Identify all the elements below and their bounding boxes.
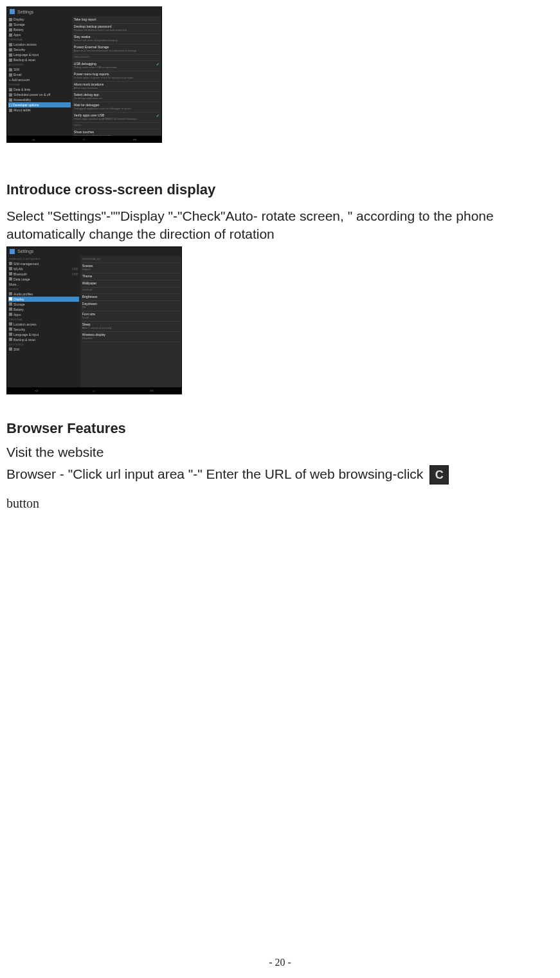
cat-display: DISPLAY <box>82 288 179 294</box>
security-icon <box>9 48 12 51</box>
sidebar-item-audio: Audio profiles <box>8 291 79 297</box>
sidebar-item-apps: Apps <box>8 32 71 37</box>
back-icon: ◅ <box>32 137 35 142</box>
sidebar-item-sim: SIM management <box>8 261 79 266</box>
item-sleep: SleepAfter 1 minute of inactivity <box>82 322 179 332</box>
sidebar-cat-personal: PERSONAL <box>8 37 71 42</box>
sidebar-item-sim2: SIM <box>8 347 79 352</box>
shot1-navbar: ◅ ⌂ ▭ <box>7 136 161 142</box>
recent-icon: ▭ <box>133 137 137 142</box>
settings-dev-options-screenshot: Settings Display Storage Battery Apps PE… <box>6 6 162 143</box>
item-waitdbg: Wait for debuggerDebugged application wa… <box>74 102 159 113</box>
item-usbdbg: USB debuggingDebug mode when USB is conn… <box>74 61 159 71</box>
gear-icon <box>10 249 15 254</box>
sidebar-item-more: More... <box>8 282 79 287</box>
item-stayawake: Stay awakeScreen will never sleep while … <box>74 34 159 44</box>
item-verifyusb: Verify apps over USBCheck apps installed… <box>74 113 159 123</box>
item-takebug: Take bug report <box>74 17 159 24</box>
item-mock: Allow mock locationsAllow mock locations <box>74 82 159 92</box>
about-icon <box>9 109 12 112</box>
home-icon: ⌂ <box>93 389 95 392</box>
storage-icon <box>9 23 12 26</box>
shot1-sidebar: Display Storage Battery Apps PERSONAL Lo… <box>7 16 72 136</box>
sidebar-cat-accounts: ACCOUNTS <box>8 342 79 347</box>
sidebar-item-apps: Apps <box>8 312 79 317</box>
item-theme: Theme <box>82 273 179 281</box>
shot2-title: Settings <box>17 249 33 254</box>
sidebar-item-display: Display <box>8 297 79 302</box>
item-desktoppw: Desktop backup passwordDesktop full back… <box>74 24 159 34</box>
sidebar-item-devoptions: { } Developer options <box>8 102 71 107</box>
shot2-main: PERSONALIZE ScenesDefault Theme Wallpape… <box>80 256 181 387</box>
browser-instruction-text: Browser - "Click url input area "-" Ente… <box>6 466 423 481</box>
para-cross-screen: Select "Settings"-""Display "-"Check"Aut… <box>6 207 554 244</box>
check-icon: ✔ <box>156 113 159 118</box>
sidebar-item-security: Security <box>8 47 71 52</box>
gear-icon <box>10 9 15 14</box>
item-wallpaper: Wallpaper <box>82 281 179 288</box>
battery-icon <box>9 28 12 32</box>
shot2-navbar: ◅ ⌂ ▭ <box>7 387 181 394</box>
apps-icon <box>9 33 12 37</box>
settings-display-screenshot: Settings WIRELESS & NETWORKS SIM managem… <box>6 246 182 394</box>
shot1-header: Settings <box>7 7 161 16</box>
sidebar-cat-wireless: WIRELESS & NETWORKS <box>8 257 79 261</box>
item-showtouch: Show touchesShow visual feedback for tou… <box>74 129 159 136</box>
language-icon <box>9 333 12 336</box>
item-daydream: DaydreamOff <box>82 301 179 311</box>
security-icon <box>9 328 12 331</box>
sidebar-item-battery: Battery <box>8 307 79 312</box>
datausage-icon <box>9 277 12 281</box>
shot1-main: Take bug report Desktop backup passwordD… <box>72 16 161 136</box>
cat-debugging: DEBUGGING <box>74 55 159 61</box>
item-fontsize: Font sizeSmall <box>82 311 179 322</box>
clock-icon <box>9 88 12 91</box>
sidebar-item-addaccount: + Add account <box>8 77 71 82</box>
sim-icon <box>9 262 12 265</box>
wifi-icon <box>9 267 12 270</box>
sidebar-item-backup: Backup & reset <box>8 57 71 62</box>
display-icon <box>9 18 12 21</box>
heading-cross-screen: Introduce cross-screen display <box>6 181 554 198</box>
cat-input: INPUT <box>74 123 159 129</box>
sim-icon <box>9 68 12 71</box>
sidebar-item-location: Location access <box>8 42 71 47</box>
sidebar-item-datetime: Date & time <box>8 87 71 92</box>
sidebar-item-abouttablet: About tablet <box>8 107 71 113</box>
email-icon <box>9 73 12 77</box>
backup-icon <box>9 59 12 62</box>
item-scenes: ScenesDefault <box>82 263 179 273</box>
sidebar-item-storage: Storage <box>8 302 79 307</box>
language-icon <box>9 53 12 57</box>
item-powerbug: Power menu bug reportsInclude option in … <box>74 71 159 82</box>
display-icon <box>9 297 12 300</box>
accessibility-icon <box>9 98 12 102</box>
home-icon: ⌂ <box>83 137 86 141</box>
bt-toggle: OFF <box>72 272 78 276</box>
sidebar-item-location: Location access <box>8 322 79 327</box>
location-icon <box>9 43 12 46</box>
sidebar-item-security: Security <box>8 327 79 332</box>
sidebar-item-battery: Battery <box>8 27 71 32</box>
sidebar-item-bluetooth: BluetoothOFF <box>8 272 79 277</box>
shot1-title: Settings <box>17 10 33 14</box>
battery-icon <box>9 308 12 311</box>
refresh-c-icon: C <box>429 465 449 484</box>
sidebar-cat-system: SYSTEM <box>8 82 71 87</box>
sidebar-cat-accounts: ACCOUNTS <box>8 62 71 67</box>
bluetooth-icon <box>9 272 12 275</box>
back-icon: ◅ <box>35 388 38 392</box>
visit-website: Visit the website <box>6 443 554 461</box>
audio-icon <box>9 292 12 295</box>
check-icon: ✔ <box>156 62 159 66</box>
heading-browser: Browser Features <box>6 420 554 437</box>
sidebar-item-schedpower: Scheduled power on & off <box>8 92 71 97</box>
item-brightness: Brightness <box>82 294 179 301</box>
sidebar-item-language: Language & input <box>8 332 79 337</box>
backup-icon <box>9 338 12 341</box>
sim-icon <box>9 347 12 351</box>
shot2-body: WIRELESS & NETWORKS SIM management WLANO… <box>7 256 181 387</box>
recent-icon: ▭ <box>150 388 154 392</box>
sidebar-item-datausage: Data usage <box>8 277 79 282</box>
power-icon <box>9 93 12 97</box>
